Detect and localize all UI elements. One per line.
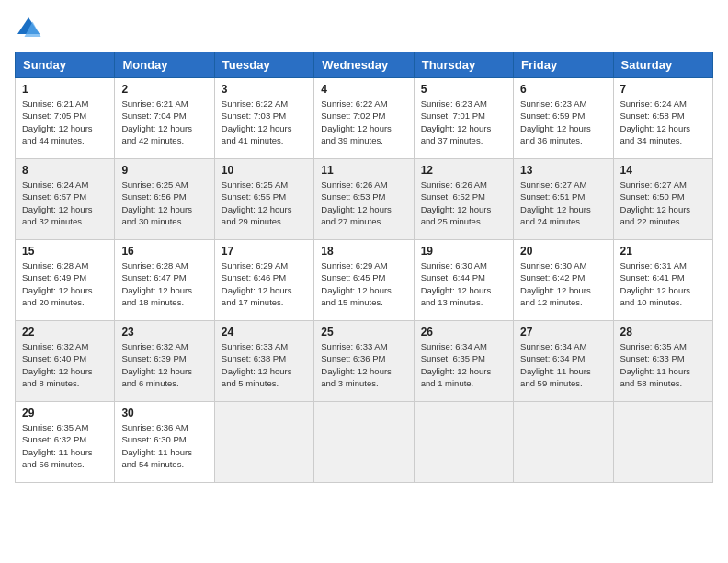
logo	[15, 15, 46, 42]
calendar-cell: 17Sunrise: 6:29 AMSunset: 6:46 PMDayligh…	[214, 240, 313, 321]
day-number: 7	[620, 83, 706, 96]
day-number: 11	[321, 164, 406, 177]
day-number: 12	[421, 164, 506, 177]
day-info: Sunrise: 6:29 AMSunset: 6:45 PMDaylight:…	[321, 259, 406, 308]
calendar-cell: 13Sunrise: 6:27 AMSunset: 6:51 PMDayligh…	[514, 159, 613, 240]
calendar-week-row: 29Sunrise: 6:35 AMSunset: 6:32 PMDayligh…	[16, 402, 713, 483]
calendar-cell: 11Sunrise: 6:26 AMSunset: 6:53 PMDayligh…	[314, 159, 414, 240]
day-info: Sunrise: 6:26 AMSunset: 6:53 PMDaylight:…	[321, 178, 406, 227]
day-number: 25	[321, 326, 406, 339]
calendar-cell: 26Sunrise: 6:34 AMSunset: 6:35 PMDayligh…	[414, 321, 513, 402]
day-info: Sunrise: 6:27 AMSunset: 6:50 PMDaylight:…	[620, 178, 706, 227]
day-number: 9	[121, 164, 207, 177]
day-number: 30	[121, 407, 207, 419]
calendar-cell: 22Sunrise: 6:32 AMSunset: 6:40 PMDayligh…	[16, 321, 115, 402]
calendar-cell	[514, 402, 613, 483]
day-info: Sunrise: 6:28 AMSunset: 6:49 PMDaylight:…	[22, 259, 108, 308]
calendar-cell: 15Sunrise: 6:28 AMSunset: 6:49 PMDayligh…	[16, 240, 115, 321]
calendar-cell: 4Sunrise: 6:22 AMSunset: 7:02 PMDaylight…	[314, 78, 414, 159]
day-info: Sunrise: 6:32 AMSunset: 6:39 PMDaylight:…	[121, 340, 207, 389]
weekday-header-thursday: Thursday	[414, 52, 513, 78]
day-number: 27	[520, 326, 606, 339]
day-info: Sunrise: 6:24 AMSunset: 6:58 PMDaylight:…	[620, 98, 706, 146]
calendar-table: SundayMondayTuesdayWednesdayThursdayFrid…	[15, 52, 713, 483]
calendar-week-row: 22Sunrise: 6:32 AMSunset: 6:40 PMDayligh…	[16, 321, 713, 402]
day-number: 1	[22, 83, 108, 96]
day-number: 5	[421, 83, 506, 96]
day-number: 4	[321, 83, 406, 96]
logo-icon	[15, 15, 42, 42]
day-info: Sunrise: 6:33 AMSunset: 6:38 PMDaylight:…	[222, 340, 307, 389]
day-number: 26	[421, 326, 506, 339]
calendar-cell: 29Sunrise: 6:35 AMSunset: 6:32 PMDayligh…	[16, 402, 115, 483]
weekday-header-monday: Monday	[115, 52, 214, 78]
day-number: 6	[520, 83, 606, 96]
calendar-week-row: 1Sunrise: 6:21 AMSunset: 7:05 PMDaylight…	[16, 78, 713, 159]
calendar-cell: 20Sunrise: 6:30 AMSunset: 6:42 PMDayligh…	[514, 240, 613, 321]
day-number: 14	[620, 164, 706, 177]
day-info: Sunrise: 6:30 AMSunset: 6:44 PMDaylight:…	[421, 259, 506, 308]
header	[15, 15, 713, 42]
day-info: Sunrise: 6:33 AMSunset: 6:36 PMDaylight:…	[321, 340, 406, 389]
calendar-cell: 12Sunrise: 6:26 AMSunset: 6:52 PMDayligh…	[414, 159, 513, 240]
day-info: Sunrise: 6:21 AMSunset: 7:04 PMDaylight:…	[121, 98, 207, 146]
calendar-cell: 5Sunrise: 6:23 AMSunset: 7:01 PMDaylight…	[414, 78, 513, 159]
day-number: 19	[421, 245, 506, 258]
day-info: Sunrise: 6:32 AMSunset: 6:40 PMDaylight:…	[22, 340, 108, 389]
day-number: 20	[520, 245, 606, 258]
day-number: 13	[520, 164, 606, 177]
calendar-cell: 7Sunrise: 6:24 AMSunset: 6:58 PMDaylight…	[613, 78, 712, 159]
weekday-header-tuesday: Tuesday	[214, 52, 313, 78]
calendar-cell	[414, 402, 513, 483]
day-number: 15	[22, 245, 108, 258]
day-number: 23	[121, 326, 207, 339]
day-info: Sunrise: 6:34 AMSunset: 6:34 PMDaylight:…	[520, 340, 606, 389]
day-info: Sunrise: 6:28 AMSunset: 6:47 PMDaylight:…	[121, 259, 207, 308]
day-info: Sunrise: 6:30 AMSunset: 6:42 PMDaylight:…	[520, 259, 606, 308]
weekday-header-row: SundayMondayTuesdayWednesdayThursdayFrid…	[16, 52, 713, 78]
weekday-header-saturday: Saturday	[613, 52, 712, 78]
calendar-page: SundayMondayTuesdayWednesdayThursdayFrid…	[0, 0, 728, 563]
day-info: Sunrise: 6:23 AMSunset: 7:01 PMDaylight:…	[421, 98, 506, 146]
calendar-cell	[214, 402, 313, 483]
day-info: Sunrise: 6:22 AMSunset: 7:02 PMDaylight:…	[321, 98, 406, 146]
calendar-cell: 25Sunrise: 6:33 AMSunset: 6:36 PMDayligh…	[314, 321, 414, 402]
weekday-header-wednesday: Wednesday	[314, 52, 414, 78]
calendar-cell: 23Sunrise: 6:32 AMSunset: 6:39 PMDayligh…	[115, 321, 214, 402]
day-number: 29	[22, 407, 108, 419]
day-number: 21	[620, 245, 706, 258]
calendar-week-row: 15Sunrise: 6:28 AMSunset: 6:49 PMDayligh…	[16, 240, 713, 321]
weekday-header-sunday: Sunday	[16, 52, 115, 78]
calendar-cell: 6Sunrise: 6:23 AMSunset: 6:59 PMDaylight…	[514, 78, 613, 159]
calendar-cell: 30Sunrise: 6:36 AMSunset: 6:30 PMDayligh…	[115, 402, 214, 483]
day-number: 2	[121, 83, 207, 96]
day-info: Sunrise: 6:31 AMSunset: 6:41 PMDaylight:…	[620, 259, 706, 308]
calendar-cell: 14Sunrise: 6:27 AMSunset: 6:50 PMDayligh…	[613, 159, 712, 240]
day-number: 24	[222, 326, 307, 339]
calendar-cell	[613, 402, 712, 483]
day-info: Sunrise: 6:23 AMSunset: 6:59 PMDaylight:…	[520, 98, 606, 146]
calendar-cell: 21Sunrise: 6:31 AMSunset: 6:41 PMDayligh…	[613, 240, 712, 321]
calendar-cell: 1Sunrise: 6:21 AMSunset: 7:05 PMDaylight…	[16, 78, 115, 159]
day-number: 10	[222, 164, 307, 177]
day-number: 8	[22, 164, 108, 177]
day-number: 3	[222, 83, 307, 96]
calendar-cell: 9Sunrise: 6:25 AMSunset: 6:56 PMDaylight…	[115, 159, 214, 240]
day-info: Sunrise: 6:35 AMSunset: 6:32 PMDaylight:…	[22, 421, 108, 470]
calendar-cell: 3Sunrise: 6:22 AMSunset: 7:03 PMDaylight…	[214, 78, 313, 159]
calendar-cell: 27Sunrise: 6:34 AMSunset: 6:34 PMDayligh…	[514, 321, 613, 402]
day-number: 16	[121, 245, 207, 258]
day-info: Sunrise: 6:29 AMSunset: 6:46 PMDaylight:…	[222, 259, 307, 308]
day-info: Sunrise: 6:25 AMSunset: 6:55 PMDaylight:…	[222, 178, 307, 227]
day-info: Sunrise: 6:26 AMSunset: 6:52 PMDaylight:…	[421, 178, 506, 227]
calendar-cell: 24Sunrise: 6:33 AMSunset: 6:38 PMDayligh…	[214, 321, 313, 402]
calendar-cell: 28Sunrise: 6:35 AMSunset: 6:33 PMDayligh…	[613, 321, 712, 402]
calendar-cell: 18Sunrise: 6:29 AMSunset: 6:45 PMDayligh…	[314, 240, 414, 321]
calendar-week-row: 8Sunrise: 6:24 AMSunset: 6:57 PMDaylight…	[16, 159, 713, 240]
day-info: Sunrise: 6:35 AMSunset: 6:33 PMDaylight:…	[620, 340, 706, 389]
calendar-cell: 2Sunrise: 6:21 AMSunset: 7:04 PMDaylight…	[115, 78, 214, 159]
day-number: 28	[620, 326, 706, 339]
day-number: 17	[222, 245, 307, 258]
calendar-cell: 10Sunrise: 6:25 AMSunset: 6:55 PMDayligh…	[214, 159, 313, 240]
day-info: Sunrise: 6:24 AMSunset: 6:57 PMDaylight:…	[22, 178, 108, 227]
